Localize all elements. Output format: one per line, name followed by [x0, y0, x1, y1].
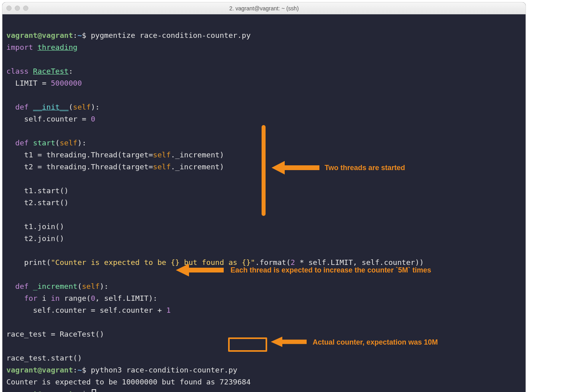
kw-def: def: [15, 103, 28, 111]
line-t2-assign: t2 = threading.Thread(target=self._incre…: [24, 163, 224, 171]
highlight-box: [228, 337, 267, 352]
class-name: RaceTest: [33, 67, 69, 75]
line-t1-assign: t1 = threading.Thread(target=self._incre…: [24, 151, 224, 159]
kw-in: in: [51, 294, 59, 302]
arg-self-2: self: [60, 139, 78, 147]
window-title: 2. vagrant@vagrant: ~ (ssh): [2, 5, 526, 12]
prompt-userhost-2: vagrant@vagrant: [6, 366, 73, 374]
arrow-icon-1: [270, 158, 321, 178]
kw-def-2: def: [15, 139, 28, 147]
line-inc-body: self.counter = self.counter + 1: [33, 306, 171, 314]
output-line: Counter is expected to be 10000000 but f…: [6, 378, 251, 386]
command-2: python3 race-condition-counter.py: [91, 366, 238, 374]
prompt-dollar-3: $: [82, 390, 86, 392]
titlebar: 2. vagrant@vagrant: ~ (ssh): [2, 2, 526, 14]
prompt-dollar-2: $: [82, 366, 86, 374]
arg-self: self: [73, 103, 91, 111]
var-i: i: [42, 294, 46, 302]
fn-init: __init__: [33, 103, 69, 111]
fn-increment: _increment: [33, 282, 77, 290]
kw-for: for: [24, 294, 37, 302]
prompt-path-2: ~: [77, 366, 82, 374]
annotation-3: Actual counter, expectation was 10M: [313, 336, 438, 348]
const-limit: LIMIT: [15, 79, 37, 87]
line-rt-start: race_test.start(): [6, 354, 82, 362]
prompt-sep-3: :: [73, 390, 77, 392]
arg-self-3: self: [82, 282, 100, 290]
annotation-2: Each thread is expected to increase the …: [230, 264, 431, 276]
kw-class: class: [6, 67, 29, 75]
command-1: pygmentize race-condition-counter.py: [91, 31, 251, 39]
prompt-userhost-3: vagrant@vagrant: [6, 390, 73, 392]
cursor-icon: [92, 389, 96, 392]
prompt-path: ~: [77, 31, 82, 39]
prompt-path-3: ~: [77, 390, 82, 392]
line-t1-start: t1.start(): [24, 186, 69, 195]
line-t2-start: t2.start(): [24, 198, 69, 207]
fn-start: start: [33, 139, 55, 147]
limit-value: 5000000: [51, 79, 82, 87]
terminal-body[interactable]: vagrant@vagrant:~$ pygmentize race-condi…: [2, 14, 526, 392]
prompt-dollar: $: [82, 31, 86, 39]
call-range-a: range(: [64, 294, 91, 302]
annotation-1: Two threads are started: [325, 162, 405, 174]
call-range-b: , self.LIMIT):: [95, 294, 158, 302]
prompt-sep-2: :: [73, 366, 77, 374]
kw-def-3: def: [15, 282, 28, 290]
prompt-sep: :: [73, 31, 77, 39]
range-zero: 0: [91, 294, 95, 302]
arrow-icon-3: [269, 334, 309, 350]
annotation-vbar: [262, 125, 266, 216]
prompt-userhost: vagrant@vagrant: [6, 31, 73, 39]
line-t1-join: t1.join(): [24, 222, 64, 231]
line-t2-join: t2.join(): [24, 234, 64, 243]
kw-import: import: [6, 43, 33, 51]
line-counter-zero: self.counter = 0: [24, 115, 95, 123]
module-threading: threading: [37, 43, 77, 51]
terminal-window: 2. vagrant@vagrant: ~ (ssh) vagrant@vagr…: [2, 2, 526, 392]
line-rt-assign: race_test = RaceTest(): [6, 330, 104, 338]
arrow-icon-2: [174, 261, 226, 279]
